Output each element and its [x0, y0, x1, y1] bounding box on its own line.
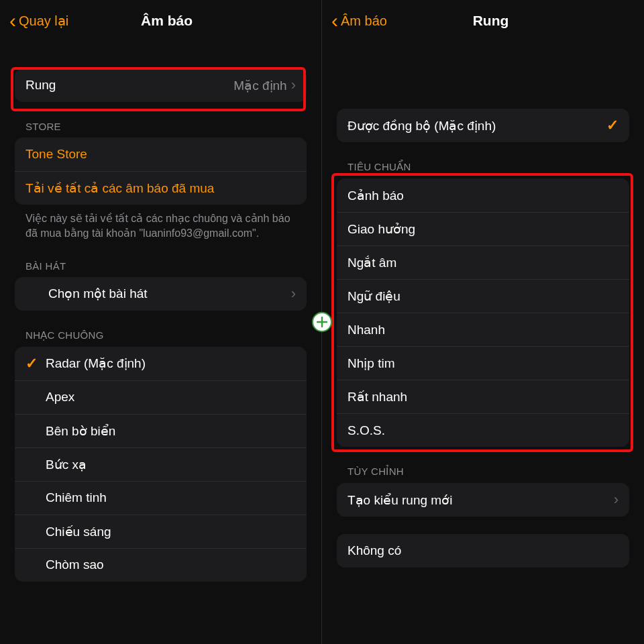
none-label: Không có: [347, 543, 619, 558]
standard-row[interactable]: Nhịp tim: [337, 346, 629, 380]
vibration-row[interactable]: Rung Mặc định ›: [15, 68, 307, 102]
nav-bar: ‹ Âm báo Rung: [331, 0, 635, 42]
ringtone-label: Radar (Mặc định): [46, 356, 296, 371]
standard-row[interactable]: Cảnh báo: [337, 178, 629, 212]
standard-label: Ngắt âm: [347, 255, 619, 270]
chevron-right-icon: ›: [614, 492, 619, 507]
create-vibration-row[interactable]: Tạo kiểu rung mới ›: [337, 483, 629, 517]
ringtone-label: Bức xạ: [46, 457, 296, 472]
section-header-standard: TIÊU CHUẨN: [331, 142, 635, 178]
ringtone-row[interactable]: ✓Radar (Mặc định): [15, 347, 307, 380]
page-title: Âm báo: [21, 13, 312, 29]
pick-song-label: Chọn một bài hát: [25, 286, 291, 301]
standard-group: Cảnh báoGiao hưởngNgắt âmNgữ điệuNhanhNh…: [337, 178, 629, 447]
chevron-left-icon: ‹: [9, 11, 16, 31]
vibration-label: Rung: [25, 78, 233, 93]
standard-label: Cảnh báo: [347, 188, 619, 203]
standard-label: Giao hưởng: [347, 221, 619, 237]
synced-label: Được đồng bộ (Mặc định): [347, 118, 606, 133]
tone-store-label: Tone Store: [25, 147, 296, 162]
page-title: Rung: [347, 13, 635, 29]
create-vibration-label: Tạo kiểu rung mới: [347, 492, 614, 508]
standard-label: S.O.S.: [347, 423, 619, 438]
vibration-value: Mặc định: [233, 78, 286, 93]
standard-label: Nhịp tim: [347, 356, 619, 371]
nav-bar: ‹ Quay lại Âm báo: [9, 0, 312, 42]
section-header-songs: BÀI HÁT: [9, 241, 312, 277]
songs-group: Chọn một bài hát ›: [15, 277, 307, 311]
synced-row[interactable]: Được đồng bộ (Mặc định) ✓: [337, 109, 629, 142]
standard-label: Rất nhanh: [347, 389, 619, 405]
download-all-row[interactable]: Tải về tất cả các âm báo đã mua: [15, 171, 307, 205]
pane-am-bao: ‹ Quay lại Âm báo Rung Mặc định › STORE …: [0, 0, 322, 644]
store-footer: Việc này sẽ tải về tất cả các nhạc chuôn…: [9, 205, 312, 241]
ringtone-row[interactable]: Bức xạ: [15, 447, 307, 481]
standard-row[interactable]: Rất nhanh: [337, 380, 629, 413]
standard-row[interactable]: S.O.S.: [337, 413, 629, 447]
chevron-right-icon: ›: [291, 78, 296, 93]
section-header-store: STORE: [9, 102, 312, 138]
standard-label: Nhanh: [347, 323, 619, 337]
plus-icon: [312, 312, 332, 332]
tone-store-row[interactable]: Tone Store: [15, 138, 307, 171]
standard-label: Ngữ điệu: [347, 288, 619, 304]
standard-row[interactable]: Giao hưởng: [337, 212, 629, 246]
chevron-left-icon: ‹: [331, 11, 338, 31]
pane-rung: ‹ Âm báo Rung Được đồng bộ (Mặc định) ✓ …: [322, 0, 644, 644]
ringtone-label: Apex: [46, 390, 296, 405]
store-group: Tone Store Tải về tất cả các âm báo đã m…: [15, 138, 307, 205]
ringtones-group: ✓Radar (Mặc định)ApexBên bờ biểnBức xạCh…: [15, 347, 307, 582]
ringtone-label: Chòm sao: [46, 557, 296, 572]
ringtone-row[interactable]: Apex: [15, 380, 307, 414]
standard-row[interactable]: Ngắt âm: [337, 246, 629, 279]
ringtone-row[interactable]: Chiêm tinh: [15, 481, 307, 515]
none-group: Không có: [337, 534, 629, 568]
vibration-group: Rung Mặc định ›: [15, 68, 307, 102]
ringtone-row[interactable]: Chòm sao: [15, 548, 307, 582]
ringtone-label: Bên bờ biển: [46, 423, 296, 439]
ringtone-row[interactable]: Chiếu sáng: [15, 515, 307, 548]
custom-group: Tạo kiểu rung mới ›: [337, 483, 629, 517]
download-all-label: Tải về tất cả các âm báo đã mua: [25, 180, 296, 196]
ringtone-row[interactable]: Bên bờ biển: [15, 414, 307, 447]
pick-song-row[interactable]: Chọn một bài hát ›: [15, 277, 307, 311]
section-header-ringtones: NHẠC CHUÔNG: [9, 311, 312, 347]
standard-row[interactable]: Nhanh: [337, 313, 629, 346]
section-header-custom: TÙY CHỈNH: [331, 447, 635, 483]
ringtone-label: Chiếu sáng: [46, 524, 296, 539]
chevron-right-icon: ›: [291, 286, 296, 301]
ringtone-label: Chiêm tinh: [46, 490, 296, 505]
synced-group: Được đồng bộ (Mặc định) ✓: [337, 109, 629, 142]
check-icon: ✓: [25, 355, 46, 372]
check-icon: ✓: [606, 117, 619, 134]
none-row[interactable]: Không có: [337, 534, 629, 568]
standard-row[interactable]: Ngữ điệu: [337, 279, 629, 313]
